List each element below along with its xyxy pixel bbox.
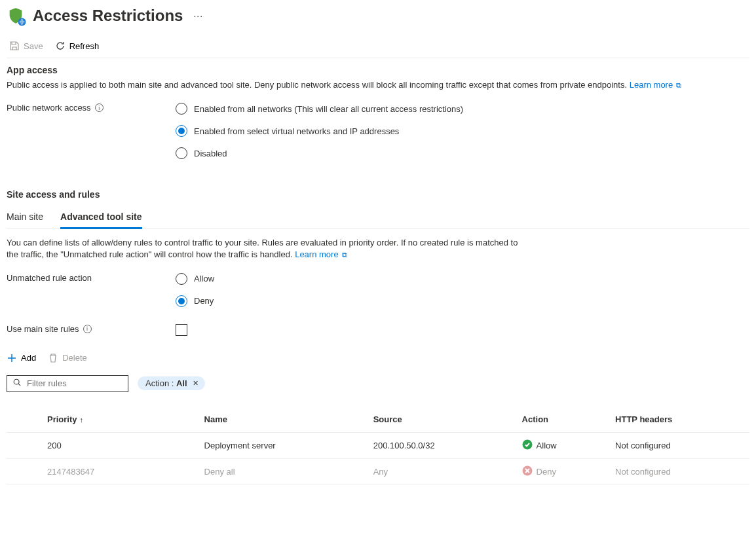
site-rules-desc: You can define lists of allow/deny rules… xyxy=(7,237,531,261)
public-network-access-radiogroup: Enabled from all networks (This will cle… xyxy=(176,103,463,159)
use-main-site-rules-label: Use main site rules i xyxy=(7,324,176,334)
refresh-icon xyxy=(55,41,66,51)
command-bar: Save Refresh xyxy=(7,34,749,58)
cell-action: Deny xyxy=(517,458,611,484)
radio-enabled-all[interactable]: Enabled from all networks (This will cle… xyxy=(176,103,463,115)
tab-advanced-tool-site[interactable]: Advanced tool site xyxy=(60,206,142,229)
unmatched-rule-radiogroup: Allow Deny xyxy=(176,273,214,307)
cell-source: 200.100.50.0/32 xyxy=(368,432,517,458)
cell-action: Allow xyxy=(517,432,611,458)
public-network-access-label: Public network access i xyxy=(7,103,176,113)
cell-name: Deployment server xyxy=(199,432,368,458)
radio-unmatched-deny[interactable]: Deny xyxy=(176,295,214,307)
more-menu[interactable]: ··· xyxy=(191,8,206,24)
refresh-button[interactable]: Refresh xyxy=(55,39,100,52)
search-icon xyxy=(12,378,22,389)
page-header: Access Restrictions ··· xyxy=(7,7,749,34)
table-row[interactable]: 200Deployment server200.100.50.0/32Allow… xyxy=(7,432,749,458)
shield-icon xyxy=(7,7,25,25)
filter-bar: Action : All ✕ xyxy=(7,375,749,392)
plus-icon xyxy=(7,353,17,363)
unmatched-rule-label: Unmatched rule action xyxy=(7,273,176,283)
site-rules-title: Site access and rules xyxy=(7,189,749,200)
external-link-icon: ⧉ xyxy=(674,81,681,89)
col-source[interactable]: Source xyxy=(368,407,517,433)
info-icon[interactable]: i xyxy=(95,103,104,112)
site-tabs: Main site Advanced tool site xyxy=(7,206,749,229)
filter-input[interactable] xyxy=(27,378,123,388)
page-title: Access Restrictions xyxy=(33,7,183,25)
app-access-learn-more-link[interactable]: Learn more ⧉ xyxy=(630,80,682,90)
rules-command-bar: Add Delete xyxy=(7,352,749,365)
refresh-label: Refresh xyxy=(69,41,100,51)
filter-input-wrap[interactable] xyxy=(7,375,128,392)
table-row[interactable]: 2147483647Deny allAnyDenyNot configured xyxy=(7,458,749,484)
cell-priority: 200 xyxy=(7,432,199,458)
col-action[interactable]: Action xyxy=(517,407,611,433)
filter-chip-action[interactable]: Action : All ✕ xyxy=(138,376,205,390)
check-circle-icon xyxy=(522,439,533,452)
close-icon[interactable]: ✕ xyxy=(193,379,198,388)
radio-unmatched-allow[interactable]: Allow xyxy=(176,273,214,285)
col-http-headers[interactable]: HTTP headers xyxy=(610,407,749,433)
cell-priority: 2147483647 xyxy=(7,458,199,484)
trash-icon xyxy=(48,353,58,363)
info-icon[interactable]: i xyxy=(83,325,92,333)
site-rules-desc-text: You can define lists of allow/deny rules… xyxy=(7,238,518,259)
external-link-icon: ⧉ xyxy=(340,251,347,259)
app-access-title: App access xyxy=(7,65,749,75)
save-icon xyxy=(9,41,20,51)
site-rules-learn-more-link[interactable]: Learn more ⧉ xyxy=(295,249,347,259)
save-button[interactable]: Save xyxy=(9,39,43,52)
use-main-site-rules-checkbox[interactable] xyxy=(176,324,187,336)
tab-main-site[interactable]: Main site xyxy=(7,206,43,228)
save-label: Save xyxy=(24,41,43,51)
add-button[interactable]: Add xyxy=(7,352,36,365)
cell-source: Any xyxy=(368,458,517,484)
app-access-desc: Public access is applied to both main si… xyxy=(7,79,727,91)
cell-http: Not configured xyxy=(610,458,749,484)
delete-button[interactable]: Delete xyxy=(48,352,87,365)
radio-disabled[interactable]: Disabled xyxy=(176,147,463,159)
col-priority[interactable]: Priority↑ xyxy=(7,407,199,433)
cell-name: Deny all xyxy=(199,458,368,484)
app-access-desc-text: Public access is applied to both main si… xyxy=(7,80,627,90)
cell-http: Not configured xyxy=(610,432,749,458)
col-name[interactable]: Name xyxy=(199,407,368,433)
x-circle-icon xyxy=(522,465,533,478)
sort-asc-icon: ↑ xyxy=(80,416,84,424)
rules-table: Priority↑ Name Source Action HTTP header… xyxy=(7,407,749,485)
radio-enabled-select[interactable]: Enabled from select virtual networks and… xyxy=(176,125,463,137)
svg-point-1 xyxy=(14,379,19,384)
